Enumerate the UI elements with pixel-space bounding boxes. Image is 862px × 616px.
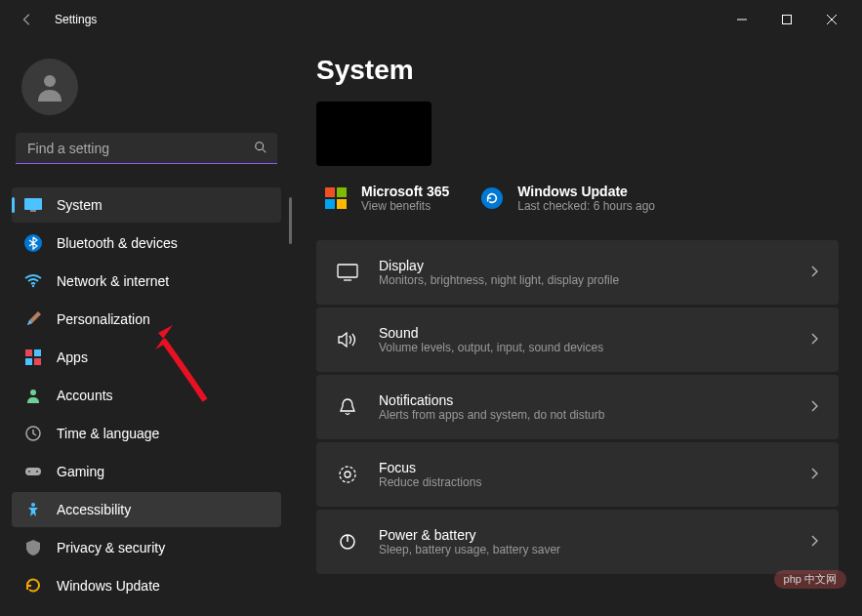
person-icon [23,386,43,405]
svg-point-23 [340,467,355,482]
search-input[interactable] [16,133,277,164]
info-subtitle: Last checked: 6 hours ago [517,199,655,213]
sidebar-item-label: Apps [57,349,88,365]
minimize-button[interactable] [719,0,764,39]
svg-rect-17 [25,468,41,475]
back-button[interactable] [8,0,47,39]
svg-rect-14 [34,358,41,365]
chevron-right-icon [811,533,819,551]
sidebar-item-label: Bluetooth & devices [57,235,178,251]
svg-point-4 [44,75,56,87]
svg-rect-8 [30,210,36,212]
svg-rect-7 [24,198,42,210]
chevron-right-icon [811,466,819,483]
setting-title: Display [379,258,811,273]
window-title: Settings [55,13,97,26]
sidebar-item-label: Accessibility [57,502,131,517]
main-content: System Microsoft 365 View benefits Windo… [293,39,862,616]
svg-point-15 [30,390,36,395]
sidebar-item-label: Gaming [57,464,104,479]
setting-display[interactable]: DisplayMonitors, brightness, night light… [316,240,839,305]
paintbrush-icon [23,309,43,329]
chevron-right-icon [811,331,819,349]
setting-subtitle: Volume levels, output, input, sound devi… [379,341,811,354]
apps-icon [23,348,43,367]
svg-rect-11 [25,349,32,356]
setting-subtitle: Monitors, brightness, night light, displ… [379,273,811,287]
sidebar-item-personalization[interactable]: Personalization [12,302,281,337]
close-button[interactable] [809,0,854,39]
svg-point-19 [36,471,38,472]
device-preview[interactable] [316,102,431,166]
sidebar-item-network[interactable]: Network & internet [12,264,281,299]
sidebar-item-gaming[interactable]: Gaming [12,454,281,489]
bluetooth-icon [23,233,43,253]
setting-subtitle: Reduce distractions [379,475,811,489]
microsoft-365-link[interactable]: Microsoft 365 View benefits [324,184,449,213]
svg-point-18 [28,471,30,472]
user-avatar[interactable] [21,59,78,115]
accessibility-icon [23,500,43,519]
sidebar-item-apps[interactable]: Apps [12,340,281,375]
svg-point-20 [31,503,35,507]
sidebar-item-system[interactable]: System [12,187,281,223]
setting-title: Sound [379,325,811,341]
setting-title: Focus [379,460,811,475]
setting-subtitle: Sleep, battery usage, battery saver [379,543,811,556]
search-container [16,133,277,164]
bell-icon [336,395,359,419]
setting-notifications[interactable]: NotificationsAlerts from apps and system… [316,375,839,439]
sidebar-item-bluetooth[interactable]: Bluetooth & devices [12,226,281,261]
sidebar-item-label: Privacy & security [57,540,165,555]
svg-point-24 [345,472,350,477]
svg-rect-13 [25,358,32,365]
focus-icon [336,463,359,486]
sidebar-scrollbar[interactable] [289,197,292,244]
chevron-right-icon [811,264,819,281]
svg-point-10 [32,285,34,287]
search-icon [254,141,267,158]
sidebar-item-label: Windows Update [57,578,160,594]
svg-rect-1 [783,16,792,24]
shield-icon [23,538,43,557]
sidebar-item-privacy[interactable]: Privacy & security [12,530,281,565]
clock-icon [23,424,43,443]
update-icon [23,576,43,595]
system-icon [23,195,43,215]
power-icon [336,530,359,554]
info-title: Windows Update [517,184,655,199]
maximize-button[interactable] [764,0,809,39]
svg-line-6 [263,149,267,153]
chevron-right-icon [811,398,819,416]
svg-rect-21 [338,265,357,277]
svg-rect-12 [34,349,41,356]
setting-sound[interactable]: SoundVolume levels, output, input, sound… [316,308,839,372]
wifi-icon [23,271,43,291]
sidebar-item-accessibility[interactable]: Accessibility [12,492,281,527]
sidebar-item-accounts[interactable]: Accounts [12,378,281,413]
sidebar-item-label: Time & language [57,426,159,441]
sidebar-item-label: Network & internet [57,273,169,289]
setting-subtitle: Alerts from apps and system, do not dist… [379,408,811,422]
microsoft-logo-icon [324,186,348,210]
sidebar: System Bluetooth & devices Network & int… [0,39,293,616]
windows-update-icon [480,186,504,210]
sidebar-item-label: System [57,197,103,213]
svg-point-5 [256,143,264,150]
setting-power[interactable]: Power & batterySleep, battery usage, bat… [316,510,839,574]
setting-title: Power & battery [379,527,811,543]
info-title: Microsoft 365 [361,184,449,199]
sidebar-item-label: Accounts [57,388,113,403]
page-title: System [316,55,839,86]
setting-title: Notifications [379,392,811,408]
setting-focus[interactable]: FocusReduce distractions [316,442,839,507]
info-subtitle: View benefits [361,199,449,213]
windows-update-link[interactable]: Windows Update Last checked: 6 hours ago [480,184,655,213]
sidebar-item-time-language[interactable]: Time & language [12,416,281,451]
sidebar-item-label: Personalization [57,311,150,327]
gamepad-icon [23,462,43,481]
sound-icon [336,328,359,351]
sidebar-item-windows-update[interactable]: Windows Update [12,568,281,603]
display-icon [336,261,359,284]
watermark: php 中文网 [774,570,846,589]
